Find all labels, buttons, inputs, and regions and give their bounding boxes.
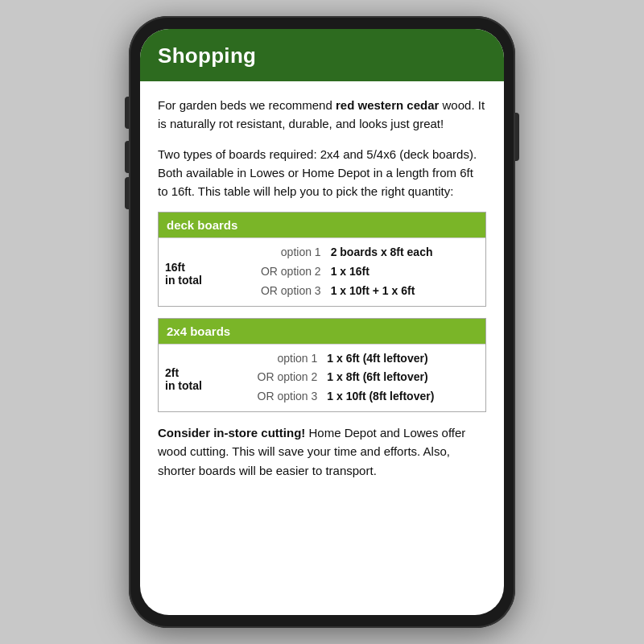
2x4-option2-label: OR option 2 <box>258 370 318 383</box>
2x4-option2-value: 1 x 8ft (6ft leftover) <box>327 370 427 383</box>
footer-paragraph: Consider in-store cutting! Home Depot an… <box>158 423 486 480</box>
deck-boards-label: deck boards <box>159 213 485 238</box>
deck-option2-label: OR option 2 <box>261 265 321 278</box>
2x4-label-line1: 2ft <box>165 366 179 379</box>
2x4-boards-header-row: 2x4 boards <box>159 319 485 345</box>
intro-paragraph-1: For garden beds we recommend red western… <box>158 96 486 134</box>
header-bar: Shopping <box>140 29 504 81</box>
deck-boards-label-line1: 16ft <box>165 261 185 274</box>
2x4-option3-value: 1 x 10ft (8ft leftover) <box>327 390 434 402</box>
deck-boards-table: deck boards 16ft in total option 1 OR op… <box>158 212 486 306</box>
deck-option3-value: 1 x 10ft + 1 x 6ft <box>331 284 415 297</box>
page-title: Shopping <box>158 43 486 68</box>
2x4-options: option 1 OR option 2 OR option 3 <box>225 344 320 411</box>
2x4-boards-table: 2x4 boards 2ft in total option 1 OR opti… <box>158 318 486 412</box>
deck-boards-row-label: 16ft in total <box>159 238 226 306</box>
intro-text-prefix: For garden beds we recommend <box>158 98 336 112</box>
2x4-values: 1 x 6ft (4ft leftover) 1 x 8ft (6ft left… <box>320 344 485 411</box>
deck-boards-header-row: deck boards <box>159 213 485 238</box>
deck-boards-data-row: 16ft in total option 1 OR option 2 OR op… <box>159 238 485 306</box>
2x4-boards-data-row: 2ft in total option 1 OR option 2 OR opt… <box>159 344 485 411</box>
2x4-boards-label: 2x4 boards <box>159 319 485 345</box>
screen-content[interactable]: Shopping For garden beds we recommend re… <box>140 29 504 615</box>
2x4-label-line2: in total <box>165 379 202 392</box>
content-area: For garden beds we recommend red western… <box>140 81 504 499</box>
2x4-option3-label: OR option 3 <box>258 390 318 402</box>
deck-option2-value: 1 x 16ft <box>331 265 369 278</box>
phone-screen: Shopping For garden beds we recommend re… <box>140 29 504 615</box>
footer-bold: Consider in-store cutting! <box>158 426 305 440</box>
deck-boards-options: option 1 OR option 2 OR option 3 <box>226 238 324 306</box>
2x4-option1-value: 1 x 6ft (4ft leftover) <box>327 352 427 365</box>
2x4-boards-row-label: 2ft in total <box>159 344 225 411</box>
deck-option3-label: OR option 3 <box>261 284 321 297</box>
deck-option1-value: 2 boards x 8ft each <box>331 246 433 258</box>
2x4-option1-label: option 1 <box>277 352 317 365</box>
intro-paragraph-2: Two types of boards required: 2x4 and 5/… <box>158 145 486 201</box>
deck-option1-label: option 1 <box>281 246 321 258</box>
deck-boards-label-line2: in total <box>165 274 202 287</box>
intro-text-bold: red western cedar <box>336 98 439 112</box>
deck-boards-values: 2 boards x 8ft each 1 x 16ft 1 x 10ft + … <box>324 238 485 306</box>
phone-frame: Shopping For garden beds we recommend re… <box>129 16 515 628</box>
